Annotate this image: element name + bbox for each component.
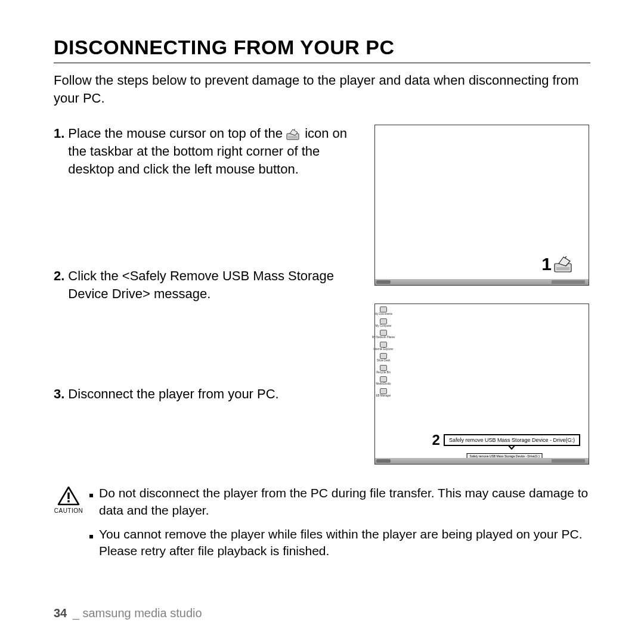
step-3: 3. Disconnect the player from your PC.	[54, 385, 358, 403]
figures-column: 1 My Documents My Computer My Network Pl…	[374, 125, 590, 465]
caution-item-text: You cannot remove the player while files…	[99, 526, 590, 560]
figure-1-taskbar	[375, 279, 589, 285]
figure-2-taskbar	[375, 458, 589, 464]
caution-label: CAUTION	[54, 507, 83, 514]
bullet-icon	[89, 485, 99, 519]
figure-2-desktop: My Documents My Computer My Network Plac…	[374, 304, 589, 465]
figure-2-callout-number: 2	[432, 432, 440, 448]
caution-item-text: Do not disconnect the player from the PC…	[99, 485, 590, 519]
desktop-icon: Show Desk	[377, 353, 389, 363]
page-number: 34	[54, 606, 67, 620]
page-footer: 34 _ samsung media studio	[54, 606, 202, 620]
svg-rect-1	[288, 136, 298, 138]
caution-item: You cannot remove the player while files…	[89, 526, 590, 560]
desktop-icon: My Computer	[377, 318, 389, 328]
safely-remove-hardware-icon	[554, 256, 572, 273]
caution-list: Do not disconnect the player from the PC…	[89, 485, 590, 566]
figure-2-desktop-icons: My Documents My Computer My Network Plac…	[377, 306, 389, 397]
step-2: 2. Click the <Safely Remove USB Mass Sto…	[54, 267, 358, 302]
step-2-number: 2.	[54, 267, 64, 302]
safely-remove-tooltip-text: Safely remove USB Mass Storage Device - …	[449, 437, 575, 443]
step-1: 1. Place the mouse cursor on top of the …	[54, 125, 358, 178]
step-2-text: Click the <Safely Remove USB Mass Storag…	[68, 267, 358, 302]
bullet-icon	[89, 526, 99, 560]
svg-rect-3	[556, 267, 569, 270]
steps-column: 1. Place the mouse cursor on top of the …	[54, 125, 358, 465]
desktop-icon: MediaStudio	[377, 376, 389, 386]
desktop-icon: EB Manager	[377, 388, 389, 398]
chevron-down-icon	[507, 445, 516, 450]
caution-block: CAUTION Do not disconnect the player fro…	[54, 485, 590, 566]
step-1-number: 1.	[54, 125, 64, 178]
desktop-icon: Recycle Bin	[377, 365, 389, 374]
step-1-text: Place the mouse cursor on top of the ico…	[68, 125, 358, 178]
footer-section-text: samsung media studio	[83, 606, 202, 620]
desktop-icon: Internet Explorer	[377, 342, 389, 351]
figure-1-callout: 1	[541, 254, 572, 274]
step-3-text: Disconnect the player from your PC.	[68, 385, 358, 403]
intro-text: Follow the steps below to prevent damage…	[54, 72, 590, 107]
step-3-number: 3.	[54, 385, 64, 403]
safely-remove-tooltip: Safely remove USB Mass Storage Device - …	[444, 434, 580, 446]
footer-separator: _	[73, 606, 79, 620]
desktop-icon: My Documents	[377, 306, 389, 316]
caution-item: Do not disconnect the player from the PC…	[89, 485, 590, 519]
figure-1-callout-number: 1	[541, 254, 552, 274]
step-1-text-pre: Place the mouse cursor on top of the	[68, 126, 286, 141]
caution-icon: CAUTION	[54, 486, 83, 566]
figure-2-callout: 2 Safely remove USB Mass Storage Device …	[432, 432, 580, 448]
desktop-icon: My Network Places	[377, 330, 389, 339]
page-title: DISCONNECTING FROM YOUR PC	[54, 36, 590, 63]
svg-rect-4	[67, 493, 69, 499]
svg-rect-5	[67, 500, 69, 502]
figure-1-desktop: 1	[374, 125, 589, 286]
safely-remove-hardware-icon	[286, 128, 299, 140]
